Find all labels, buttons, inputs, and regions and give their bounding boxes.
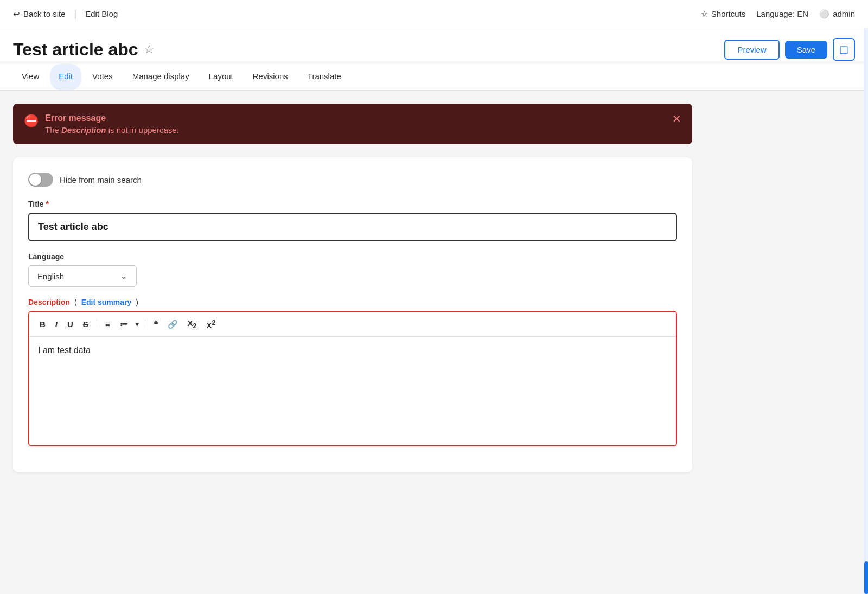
toolbar-link-button[interactable]: 🔗	[164, 317, 182, 331]
toolbar-subscript-button[interactable]: X2	[184, 316, 201, 332]
error-body: The Description is not in uppercase.	[45, 125, 179, 135]
admin-button[interactable]: ⚪ admin	[819, 9, 855, 19]
title-field-group: Title *	[28, 200, 677, 241]
toolbar-superscript-button[interactable]: X2	[203, 317, 220, 332]
toolbar-list-arrow[interactable]: ▼	[134, 321, 141, 328]
hide-search-toggle-row: Hide from main search	[28, 173, 677, 187]
toolbar-ordered-list-button[interactable]: ≔	[116, 317, 132, 331]
star-shortcuts-icon: ☆	[701, 9, 708, 19]
tab-layout[interactable]: Layout	[200, 64, 242, 90]
language-label: Language: EN	[756, 9, 808, 18]
chevron-down-icon: ⌄	[120, 271, 127, 281]
tab-revisions[interactable]: Revisions	[244, 64, 297, 90]
top-bar-right: ☆ Shortcuts Language: EN ⚪ admin	[701, 9, 855, 19]
tab-votes[interactable]: Votes	[84, 64, 122, 90]
toolbar-underline-button[interactable]: U	[63, 317, 77, 331]
title-label: Title *	[28, 200, 677, 208]
description-label-row: Description ( Edit summary )	[28, 298, 677, 306]
error-body-prefix: The	[45, 125, 61, 135]
favorite-icon[interactable]: ☆	[144, 42, 155, 56]
error-text: Error message The Description is not in …	[45, 113, 179, 135]
language-select-value: English	[37, 272, 64, 281]
top-bar-left: ↩ Back to site | Edit Blog	[13, 8, 118, 20]
hide-search-toggle[interactable]	[28, 173, 53, 187]
editor-toolbar: B I U S ≡ ≔ ▼ ❝ 🔗 X2 X2	[29, 312, 676, 337]
toolbar-separator-2	[145, 320, 145, 329]
sidebar-toggle-button[interactable]: ◫	[833, 38, 855, 61]
form-card: Hide from main search Title * Language E…	[13, 157, 692, 472]
back-to-site-label: Back to site	[23, 9, 66, 18]
tab-manage-display[interactable]: Manage display	[124, 64, 198, 90]
preview-button[interactable]: Preview	[724, 40, 779, 60]
edit-summary-close-paren: )	[136, 298, 138, 306]
title-actions: Preview Save ◫	[724, 38, 855, 61]
error-body-suffix: is not in uppercase.	[106, 125, 179, 135]
page-title-wrap: Test article abc ☆	[13, 40, 155, 60]
shortcuts-label: Shortcuts	[711, 9, 745, 18]
shortcuts-button[interactable]: ☆ Shortcuts	[701, 9, 745, 19]
language-label: Language	[28, 252, 677, 261]
title-required-indicator: *	[46, 200, 49, 208]
error-close-button[interactable]: ✕	[672, 113, 681, 124]
page-scrollbar[interactable]	[864, 28, 868, 486]
save-button[interactable]: Save	[785, 41, 827, 59]
title-input[interactable]	[28, 213, 677, 241]
admin-avatar-icon: ⚪	[819, 9, 829, 19]
content-area: ⛔ Error message The Description is not i…	[0, 91, 705, 486]
description-editor: B I U S ≡ ≔ ▼ ❝ 🔗 X2 X2 I am test data	[28, 311, 677, 446]
tab-bar: View Edit Votes Manage display Layout Re…	[0, 64, 868, 91]
tab-view[interactable]: View	[13, 64, 48, 90]
description-field-group: Description ( Edit summary ) B I U S ≡ ≔…	[28, 298, 677, 446]
toolbar-unordered-list-button[interactable]: ≡	[101, 317, 114, 331]
edit-blog-label: Edit Blog	[85, 9, 118, 18]
toolbar-strikethrough-button[interactable]: S	[79, 317, 92, 331]
error-banner: ⛔ Error message The Description is not i…	[13, 104, 692, 144]
error-content: ⛔ Error message The Description is not i…	[24, 113, 179, 135]
description-editor-body[interactable]: I am test data	[29, 337, 676, 445]
description-label: Description	[28, 298, 70, 306]
edit-summary-link[interactable]: Edit summary	[81, 298, 132, 306]
error-title: Error message	[45, 113, 179, 123]
language-select[interactable]: English ⌄	[28, 265, 137, 287]
sidebar-icon: ◫	[839, 43, 848, 55]
title-bar: Test article abc ☆ Preview Save ◫	[0, 28, 868, 61]
top-bar: ↩ Back to site | Edit Blog ☆ Shortcuts L…	[0, 0, 868, 28]
back-to-site-link[interactable]: ↩ Back to site	[13, 9, 66, 19]
toolbar-bold-button[interactable]: B	[36, 317, 49, 331]
hide-search-label: Hide from main search	[60, 175, 142, 184]
tab-translate[interactable]: Translate	[299, 64, 350, 90]
tab-edit[interactable]: Edit	[50, 64, 81, 90]
toolbar-separator-1	[97, 320, 97, 329]
back-arrow-icon: ↩	[13, 9, 20, 19]
error-body-italic: Description	[61, 125, 106, 135]
toolbar-italic-button[interactable]: I	[52, 317, 61, 331]
error-icon: ⛔	[24, 114, 39, 128]
nav-separator: |	[74, 8, 77, 20]
page-title: Test article abc	[13, 40, 138, 60]
admin-label: admin	[833, 9, 855, 18]
toolbar-blockquote-button[interactable]: ❝	[150, 317, 162, 331]
language-field-group: Language English ⌄	[28, 252, 677, 287]
edit-summary-open-paren: (	[74, 298, 77, 306]
